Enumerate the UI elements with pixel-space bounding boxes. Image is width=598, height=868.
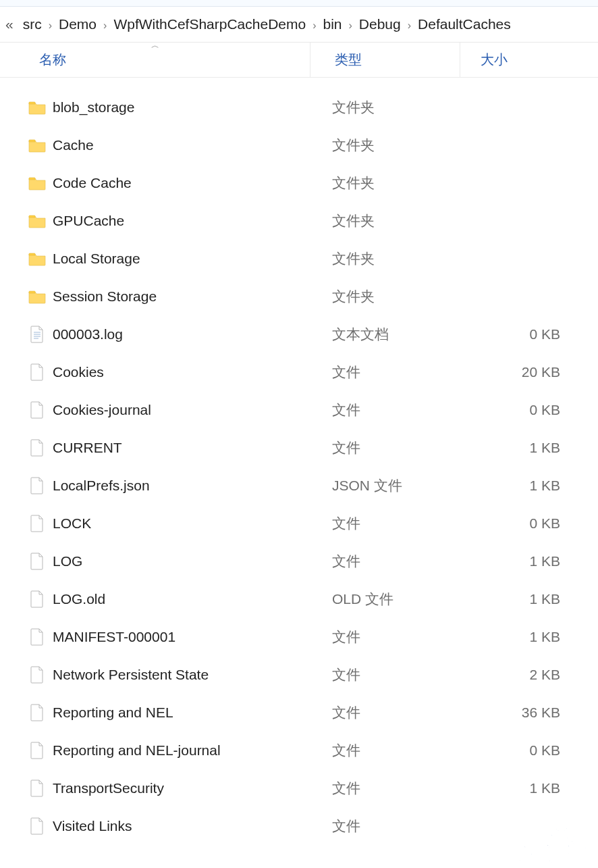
list-item[interactable]: Visited Links文件 — [0, 807, 598, 845]
column-header-size[interactable]: 大小 — [460, 43, 598, 77]
list-item[interactable]: Reporting and NEL文件36 KB — [0, 694, 598, 732]
chevron-right-icon: › — [46, 20, 55, 31]
item-size: 1 KB — [479, 629, 598, 645]
item-size: 1 KB — [479, 553, 598, 569]
item-type: 文件 — [332, 628, 479, 646]
item-type: 文件 — [332, 438, 479, 457]
item-type: JSON 文件 — [332, 476, 479, 495]
column-header-size-label: 大小 — [481, 51, 508, 69]
list-item[interactable]: LOG文件1 KB — [0, 542, 598, 580]
item-size: 0 KB — [479, 742, 598, 759]
file-icon — [27, 589, 47, 609]
item-size: 20 KB — [479, 364, 598, 380]
item-name: CURRENT — [53, 440, 332, 456]
item-type: 文件 — [332, 514, 479, 533]
list-item[interactable]: LocalPrefs.jsonJSON 文件1 KB — [0, 467, 598, 505]
list-item[interactable]: 000003.log文本文档0 KB — [0, 315, 598, 353]
item-type: 文件夹 — [332, 174, 479, 193]
list-item[interactable]: Reporting and NEL-journal文件0 KB — [0, 732, 598, 769]
breadcrumb-item[interactable]: bin — [319, 15, 346, 33]
item-size: 1 KB — [479, 780, 598, 796]
item-name: LOG — [53, 553, 332, 569]
column-header-name-label: 名称 — [39, 51, 66, 69]
item-type: 文件 — [332, 779, 479, 798]
list-item[interactable]: Local Storage文件夹 — [0, 240, 598, 278]
list-item[interactable]: Code Cache文件夹 — [0, 164, 598, 202]
item-type: OLD 文件 — [332, 590, 479, 609]
breadcrumb-item[interactable]: Demo — [55, 15, 101, 33]
item-name: GPUCache — [53, 213, 332, 229]
file-icon — [27, 438, 47, 458]
item-name: MANIFEST-000001 — [53, 629, 332, 645]
item-type: 文件 — [332, 552, 479, 571]
file-icon — [27, 400, 47, 420]
list-item[interactable]: Cookies-journal文件0 KB — [0, 391, 598, 429]
item-type: 文件夹 — [332, 249, 479, 268]
item-name: Reporting and NEL — [53, 705, 332, 721]
column-header-type[interactable]: 类型 — [310, 43, 460, 77]
item-type: 文件夹 — [332, 136, 479, 155]
chevron-right-icon: › — [405, 20, 414, 31]
file-icon — [27, 816, 47, 836]
file-icon — [27, 740, 47, 761]
breadcrumb-item[interactable]: Debug — [355, 15, 405, 33]
list-item[interactable]: Network Persistent State文件2 KB — [0, 656, 598, 694]
file-icon — [27, 551, 47, 571]
item-type: 文件 — [332, 817, 479, 836]
column-header-type-label: 类型 — [335, 51, 362, 69]
item-name: blob_storage — [53, 99, 332, 116]
item-type: 文件夹 — [332, 211, 479, 230]
breadcrumb-item[interactable]: src — [19, 15, 46, 33]
list-item[interactable]: LOG.oldOLD 文件1 KB — [0, 580, 598, 618]
item-type: 文本文档 — [332, 325, 479, 344]
item-name: Cookies — [53, 364, 332, 380]
item-size: 1 KB — [479, 440, 598, 456]
file-list: blob_storage文件夹Cache文件夹Code Cache文件夹GPUC… — [0, 78, 598, 845]
list-item[interactable]: Cache文件夹 — [0, 126, 598, 164]
column-headers: ︿ 名称 类型 大小 — [0, 43, 598, 78]
list-item[interactable]: blob_storage文件夹 — [0, 88, 598, 126]
file-icon — [27, 703, 47, 723]
item-type: 文件夹 — [332, 287, 479, 306]
list-item[interactable]: LOCK文件0 KB — [0, 505, 598, 542]
breadcrumb-overflow[interactable]: « — [3, 16, 16, 32]
file-icon — [27, 513, 47, 534]
item-size: 0 KB — [479, 326, 598, 342]
folder-icon — [27, 97, 47, 118]
item-name: TransportSecurity — [53, 780, 332, 796]
item-type: 文件 — [332, 703, 479, 722]
list-item[interactable]: Cookies文件20 KB — [0, 353, 598, 391]
item-type: 文件 — [332, 401, 479, 419]
file-icon — [27, 665, 47, 685]
item-name: Code Cache — [53, 175, 332, 191]
item-type: 文件 — [332, 665, 479, 684]
item-type: 文件 — [332, 741, 479, 760]
item-size: 1 KB — [479, 591, 598, 607]
column-header-name[interactable]: ︿ 名称 — [0, 43, 310, 77]
item-name: Reporting and NEL-journal — [53, 742, 332, 759]
list-item[interactable]: CURRENT文件1 KB — [0, 429, 598, 467]
item-name: Cookies-journal — [53, 402, 332, 418]
file-icon — [27, 627, 47, 647]
item-name: Network Persistent State — [53, 667, 332, 683]
list-item[interactable]: GPUCache文件夹 — [0, 202, 598, 240]
folder-icon — [27, 286, 47, 307]
folder-icon — [27, 211, 47, 231]
item-size: 0 KB — [479, 402, 598, 418]
breadcrumb-item[interactable]: DefaultCaches — [414, 15, 515, 33]
item-size: 0 KB — [479, 515, 598, 532]
breadcrumb-item[interactable]: WpfWithCefSharpCacheDemo — [109, 15, 310, 33]
chevron-right-icon: › — [346, 20, 355, 31]
folder-icon — [27, 135, 47, 155]
folder-icon — [27, 173, 47, 193]
file-icon — [27, 362, 47, 382]
list-item[interactable]: Session Storage文件夹 — [0, 278, 598, 315]
list-item[interactable]: TransportSecurity文件1 KB — [0, 769, 598, 807]
breadcrumb[interactable]: « src›Demo›WpfWithCefSharpCacheDemo›bin›… — [0, 7, 598, 43]
item-size: 2 KB — [479, 667, 598, 683]
item-name: Local Storage — [53, 251, 332, 267]
list-item[interactable]: MANIFEST-000001文件1 KB — [0, 618, 598, 656]
file-icon — [27, 778, 47, 798]
item-name: Session Storage — [53, 288, 332, 305]
item-size: 1 KB — [479, 478, 598, 494]
